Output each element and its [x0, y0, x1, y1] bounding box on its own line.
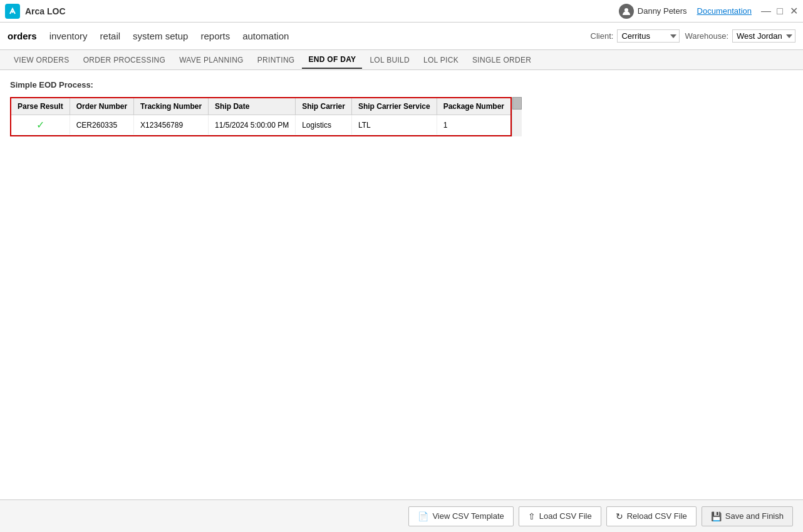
table-scroll-area: Parse Result Order Number Tracking Numbe… [10, 97, 793, 136]
col-tracking-number: Tracking Number [134, 98, 209, 115]
save-finish-label: Save and Finish [725, 511, 784, 521]
subnav-order-processing[interactable]: ORDER PROCESSING [77, 52, 172, 68]
ship-carrier-service-cell: LTL [351, 115, 437, 135]
nav-item-inventory[interactable]: inventory [49, 28, 88, 44]
title-bar-left: Arca LOC [5, 4, 66, 19]
user-avatar-icon [619, 4, 634, 19]
subnav-view-orders[interactable]: VIEW ORDERS [8, 52, 76, 68]
subnav-single-order[interactable]: SINGLE ORDER [466, 52, 537, 68]
client-label: Client: [591, 31, 614, 41]
subnav-lol-pick[interactable]: LOL PICK [417, 52, 465, 68]
save-finish-icon: 💾 [711, 511, 722, 521]
client-select[interactable]: Cerritus [617, 29, 680, 43]
nav-item-reports[interactable]: reports [200, 28, 230, 44]
col-order-number: Order Number [70, 98, 133, 115]
csv-template-icon: 📄 [418, 511, 428, 521]
table-row: ✓ CER260335 X123456789 11/5/2024 5:00:00… [11, 115, 510, 135]
order-number-cell: CER260335 [70, 115, 133, 135]
subnav-end-of-day[interactable]: END OF DAY [302, 51, 362, 69]
nav-item-retail[interactable]: retail [100, 28, 121, 44]
documentation-link[interactable]: Documentation [697, 6, 752, 16]
main-nav-links: orders inventory retail system setup rep… [8, 28, 289, 44]
user-name: Danny Peters [638, 6, 687, 16]
warehouse-label: Warehouse: [685, 31, 728, 41]
close-button[interactable]: ✕ [789, 7, 798, 16]
nav-item-automation[interactable]: automation [242, 28, 289, 44]
reload-csv-file-button[interactable]: ↻ Reload CSV File [606, 506, 697, 526]
warehouse-area: Warehouse: West Jordan [685, 29, 795, 43]
section-title: Simple EOD Process: [10, 80, 793, 90]
bottom-bar: 📄 View CSV Template ⇧ Load CSV File ↻ Re… [0, 499, 803, 532]
parse-result-cell: ✓ [11, 115, 70, 135]
package-number-cell: 1 [437, 115, 510, 135]
app-title: Arca LOC [25, 6, 66, 16]
subnav-lol-build[interactable]: LOL BUILD [363, 52, 416, 68]
reload-csv-icon: ↻ [616, 511, 623, 521]
reload-csv-label: Reload CSV File [627, 511, 687, 521]
user-area: Danny Peters [619, 4, 687, 19]
table-scrollbar[interactable] [512, 97, 522, 136]
restore-button[interactable]: □ [775, 7, 784, 16]
eod-table-wrapper: Parse Result Order Number Tracking Numbe… [10, 97, 512, 136]
nav-item-system-setup[interactable]: system setup [133, 28, 188, 44]
table-header-row: Parse Result Order Number Tracking Numbe… [11, 98, 510, 115]
tracking-number-cell: X123456789 [134, 115, 209, 135]
load-csv-label: Load CSV File [539, 511, 592, 521]
client-area: Client: Cerritus [591, 29, 680, 43]
window-controls: — □ ✕ [762, 7, 798, 16]
warehouse-select[interactable]: West Jordan [732, 29, 795, 43]
col-ship-carrier-service: Ship Carrier Service [351, 98, 437, 115]
load-csv-icon: ⇧ [528, 511, 536, 521]
main-content: Simple EOD Process: Parse Result Order N… [0, 70, 803, 499]
col-ship-date: Ship Date [209, 98, 296, 115]
save-and-finish-button[interactable]: 💾 Save and Finish [702, 506, 793, 526]
nav-right: Client: Cerritus Warehouse: West Jordan [591, 29, 795, 43]
load-csv-file-button[interactable]: ⇧ Load CSV File [519, 506, 601, 526]
sub-nav: VIEW ORDERS ORDER PROCESSING WAVE PLANNI… [0, 50, 803, 70]
nav-item-orders[interactable]: orders [8, 28, 37, 44]
ship-date-cell: 11/5/2024 5:00:00 PM [209, 115, 296, 135]
col-ship-carrier: Ship Carrier [296, 98, 352, 115]
subnav-printing[interactable]: PRINTING [251, 52, 301, 68]
svg-point-1 [12, 11, 14, 13]
app-logo [5, 4, 20, 19]
view-csv-template-button[interactable]: 📄 View CSV Template [408, 506, 513, 526]
title-bar-right: Danny Peters Documentation — □ ✕ [619, 4, 798, 19]
scrollbar-thumb[interactable] [512, 97, 522, 110]
ship-carrier-cell: Logistics [296, 115, 352, 135]
title-bar: Arca LOC Danny Peters Documentation — □ … [0, 0, 803, 23]
view-csv-template-label: View CSV Template [432, 511, 504, 521]
minimize-button[interactable]: — [762, 7, 770, 16]
col-package-number: Package Number [437, 98, 510, 115]
eod-table: Parse Result Order Number Tracking Numbe… [11, 98, 510, 135]
main-nav: orders inventory retail system setup rep… [0, 23, 803, 50]
col-parse-result: Parse Result [11, 98, 70, 115]
subnav-wave-planning[interactable]: WAVE PLANNING [173, 52, 250, 68]
